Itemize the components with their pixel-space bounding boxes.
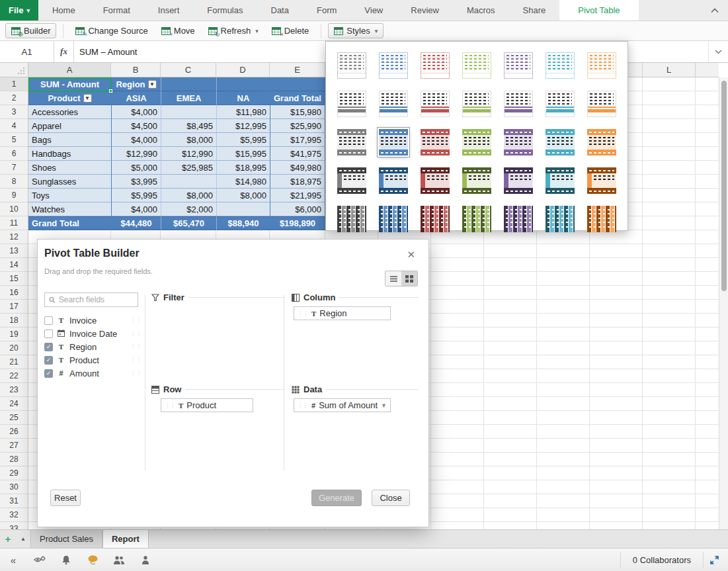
row-header-8[interactable]: 8 bbox=[0, 175, 28, 189]
vertical-scrollbar[interactable] bbox=[719, 77, 728, 529]
pivot-grand-total-value[interactable]: $198,890 bbox=[270, 216, 325, 230]
pivot-value-cell[interactable]: $8,000 bbox=[161, 189, 217, 202]
drag-handle-icon[interactable]: ⋮⋮ bbox=[130, 372, 142, 374]
table-style-banded-columns-orange[interactable] bbox=[587, 206, 616, 232]
pivot-column-header[interactable]: EMEA bbox=[161, 91, 217, 105]
drag-handle-icon[interactable]: ⋮⋮ bbox=[130, 332, 142, 335]
pivot-row-label[interactable]: Apparel bbox=[28, 119, 112, 133]
pivot-column-header[interactable]: NA bbox=[217, 91, 270, 105]
pivot-grand-total-value[interactable]: $65,470 bbox=[161, 216, 217, 230]
table-style-dark-contrast-red[interactable] bbox=[421, 167, 450, 194]
table-style-underline-accent-green[interactable] bbox=[462, 91, 491, 117]
drag-handle-icon[interactable]: ⋮⋮ bbox=[130, 345, 142, 348]
table-style-banded-medium-orange[interactable] bbox=[587, 129, 616, 155]
table-style-underline-accent-teal[interactable] bbox=[546, 91, 575, 117]
drag-handle-icon[interactable]: ⋮⋮ bbox=[298, 404, 308, 407]
pivot-value-cell[interactable]: $4,000 bbox=[112, 133, 161, 147]
field-checkbox[interactable]: ✓ bbox=[44, 356, 53, 365]
column-header-C[interactable]: C bbox=[161, 63, 216, 77]
data-field-chip[interactable]: ⋮⋮ # Sum of Amount ▼ bbox=[294, 398, 391, 412]
menu-item-formulas[interactable]: Formulas bbox=[193, 0, 257, 21]
row-header-3[interactable]: 3 bbox=[0, 105, 28, 119]
close-button[interactable]: Close bbox=[372, 490, 410, 506]
pivot-value-cell[interactable]: $6,000 bbox=[270, 202, 325, 216]
pivot-column-header[interactable]: ASIA bbox=[112, 91, 161, 105]
collapse-statusbar-button[interactable]: « bbox=[0, 552, 26, 568]
pivot-value-cell[interactable]: $8,000 bbox=[217, 189, 270, 202]
table-style-dark-contrast-gray[interactable] bbox=[337, 167, 366, 194]
menu-item-format[interactable]: Format bbox=[89, 0, 144, 21]
select-all-corner[interactable] bbox=[0, 63, 28, 77]
row-header-11[interactable]: 11 bbox=[0, 216, 28, 230]
row-header-32[interactable]: 32 bbox=[0, 508, 28, 522]
column-header-M[interactable] bbox=[696, 63, 719, 77]
table-style-light-bordered-gray[interactable] bbox=[337, 52, 366, 79]
styles-button[interactable]: Styles ▾ bbox=[328, 23, 384, 38]
field-checkbox[interactable] bbox=[44, 316, 53, 325]
pivot-column-header[interactable]: Grand Total bbox=[270, 91, 325, 105]
row-header-18[interactable]: 18 bbox=[0, 314, 28, 328]
table-style-banded-medium-gray[interactable] bbox=[337, 129, 366, 155]
row-header-33[interactable]: 33 bbox=[0, 522, 28, 529]
pivot-value-cell[interactable]: $18,995 bbox=[217, 161, 270, 175]
field-item-product[interactable]: ✓TProduct⋮⋮ bbox=[44, 353, 142, 367]
pivot-value-cell[interactable]: $4,500 bbox=[112, 119, 161, 133]
pivot-value-cell[interactable]: $15,995 bbox=[217, 147, 270, 161]
pivot-value-cell[interactable] bbox=[161, 105, 217, 119]
pivot-value-cell[interactable]: $8,495 bbox=[161, 119, 217, 133]
table-style-underline-accent-orange[interactable] bbox=[587, 91, 616, 117]
table-style-underline-accent-purple[interactable] bbox=[504, 91, 533, 117]
table-style-light-bordered-blue[interactable] bbox=[379, 52, 408, 79]
table-style-dark-contrast-purple[interactable] bbox=[504, 167, 533, 194]
refresh-button[interactable]: ↻ Refresh ▾ bbox=[203, 24, 264, 38]
pivot-value-cell[interactable]: $12,995 bbox=[217, 119, 270, 133]
table-style-underline-accent-gray[interactable] bbox=[337, 91, 366, 117]
table-style-banded-columns-blue[interactable] bbox=[379, 206, 408, 232]
table-style-banded-medium-green[interactable] bbox=[462, 129, 491, 155]
table-style-light-bordered-orange[interactable] bbox=[587, 52, 616, 79]
column-header-D[interactable]: D bbox=[216, 63, 270, 77]
pivot-value-cell[interactable]: $12,990 bbox=[161, 147, 217, 161]
user-button[interactable] bbox=[132, 552, 159, 568]
pivot-table[interactable]: SUM - AmountRegion▼Product▼ASIAEMEANAGra… bbox=[28, 77, 325, 230]
collaborators-button[interactable] bbox=[106, 552, 132, 568]
row-header-29[interactable]: 29 bbox=[0, 466, 28, 480]
pivot-value-cell[interactable]: $17,995 bbox=[270, 133, 325, 147]
cell-reference-box[interactable]: A1 bbox=[0, 41, 54, 62]
table-style-light-bordered-purple[interactable] bbox=[504, 52, 533, 79]
list-view-button[interactable] bbox=[385, 271, 401, 286]
pivot-value-cell[interactable] bbox=[217, 202, 270, 216]
row-header-12[interactable]: 12 bbox=[0, 230, 28, 244]
table-style-banded-medium-teal[interactable] bbox=[546, 129, 575, 155]
tab-pivot-table[interactable]: Pivot Table bbox=[559, 0, 638, 21]
pivot-row-label[interactable]: Accessories bbox=[28, 105, 112, 119]
pivot-grand-total-value[interactable]: $88,940 bbox=[217, 216, 270, 230]
table-style-banded-columns-gray[interactable] bbox=[337, 206, 366, 232]
table-style-dark-contrast-teal[interactable] bbox=[546, 167, 575, 194]
row-field-chip[interactable]: ⋮⋮ T Product bbox=[161, 398, 253, 412]
menu-item-macros[interactable]: Macros bbox=[453, 0, 509, 21]
builder-button[interactable]: ⚙ Builder bbox=[5, 23, 56, 38]
menu-item-form[interactable]: Form bbox=[303, 0, 350, 21]
field-checkbox[interactable]: ✓ bbox=[44, 369, 53, 378]
search-fields-input[interactable] bbox=[59, 295, 134, 304]
row-header-26[interactable]: 26 bbox=[0, 425, 28, 439]
collapse-ribbon-button[interactable] bbox=[702, 0, 728, 21]
row-header-23[interactable]: 23 bbox=[0, 383, 28, 397]
table-style-banded-medium-red[interactable] bbox=[421, 129, 450, 155]
row-header-16[interactable]: 16 bbox=[0, 286, 28, 300]
pivot-value-cell[interactable]: $18,975 bbox=[270, 175, 325, 189]
filter-dropdown-icon[interactable]: ▼ bbox=[148, 80, 157, 89]
table-style-underline-accent-blue[interactable] bbox=[379, 91, 408, 117]
column-header-A[interactable]: A bbox=[28, 63, 111, 77]
row-header-2[interactable]: 2 bbox=[0, 91, 28, 105]
pivot-value-cell[interactable]: $3,995 bbox=[112, 175, 161, 189]
pivot-value-cell[interactable]: $25,990 bbox=[270, 119, 325, 133]
table-style-dark-contrast-blue[interactable] bbox=[379, 167, 408, 194]
drag-handle-icon[interactable]: ⋮⋮ bbox=[165, 404, 175, 407]
row-header-14[interactable]: 14 bbox=[0, 258, 28, 272]
row-headers[interactable]: 1234567891011121314151617181920212223242… bbox=[0, 77, 28, 529]
reset-button[interactable]: Reset bbox=[50, 490, 81, 506]
column-header-L[interactable]: L bbox=[643, 63, 696, 77]
table-style-dark-contrast-green[interactable] bbox=[462, 167, 491, 194]
